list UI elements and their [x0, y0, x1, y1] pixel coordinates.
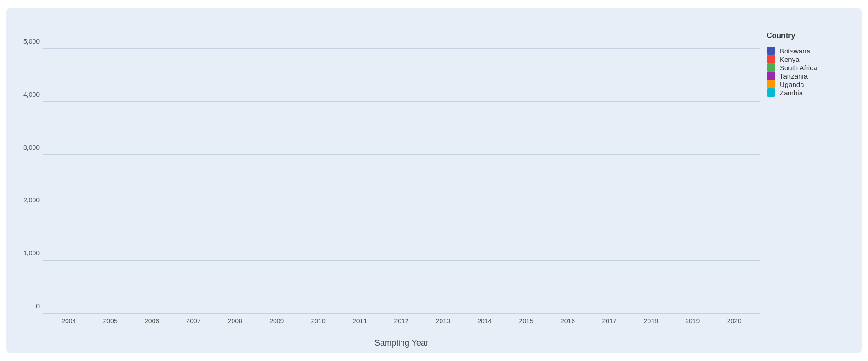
legend-label: South Africa: [780, 64, 817, 72]
bar-group: [214, 22, 256, 314]
x-label: 2017: [588, 314, 630, 325]
legend-label: Zambia: [780, 89, 803, 97]
legend-item: South Africa: [767, 63, 846, 72]
legend-title: Country: [767, 32, 846, 40]
legend-swatch: [767, 47, 775, 55]
legend-label: Kenya: [780, 55, 800, 63]
bar-group: [547, 22, 588, 314]
x-label: 2005: [89, 314, 131, 325]
bar-group: [422, 22, 464, 314]
plot-area: 01,0002,0003,0004,0005,000: [43, 22, 760, 314]
x-label: 2007: [173, 314, 214, 325]
bar-group: [48, 22, 89, 314]
y-tick-label: 4,000: [23, 91, 40, 98]
chart-container: Number of Sequences 01,0002,0003,0004,00…: [0, 0, 868, 361]
legend-label: Uganda: [780, 80, 804, 88]
bar-group: [297, 22, 339, 314]
bar-group: [672, 22, 713, 314]
bar-group: [464, 22, 505, 314]
legend-item: Tanzania: [767, 72, 846, 80]
bar-group: [588, 22, 630, 314]
legend-swatch: [767, 72, 775, 80]
chart-area: Number of Sequences 01,0002,0003,0004,00…: [43, 22, 760, 325]
x-label: 2016: [547, 314, 588, 325]
legend-swatch: [767, 63, 775, 72]
x-label: 2011: [339, 314, 381, 325]
y-tick-label: 0: [36, 302, 40, 310]
legend-item: Uganda: [767, 80, 846, 88]
legend-swatch: [767, 80, 775, 88]
x-label: 2006: [131, 314, 173, 325]
legend-label: Tanzania: [780, 72, 808, 80]
x-label: 2012: [381, 314, 422, 325]
legend: Country BotswanaKenyaSouth AfricaTanzani…: [760, 22, 853, 325]
x-label: 2018: [630, 314, 672, 325]
bar-group: [89, 22, 131, 314]
x-label: 2004: [48, 314, 89, 325]
bar-group: [714, 22, 755, 314]
legend-item: Botswana: [767, 47, 846, 55]
y-tick-label: 1,000: [23, 249, 40, 257]
legend-item: Zambia: [767, 88, 846, 97]
x-label: 2015: [505, 314, 547, 325]
chart-wrapper: Number of Sequences 01,0002,0003,0004,00…: [6, 8, 862, 353]
x-label: 2009: [256, 314, 297, 325]
legend-swatch: [767, 88, 775, 97]
legend-label: Botswana: [780, 47, 810, 55]
x-label: 2010: [297, 314, 339, 325]
y-tick-label: 3,000: [23, 144, 40, 151]
x-label: 2020: [714, 314, 755, 325]
x-label: 2014: [464, 314, 505, 325]
bars-container: [43, 22, 760, 314]
y-tick-label: 2,000: [23, 196, 40, 204]
bar-group: [630, 22, 672, 314]
y-tick-label: 5,000: [23, 38, 40, 45]
legend-swatch: [767, 55, 775, 63]
legend-item: Kenya: [767, 55, 846, 63]
bar-group: [381, 22, 422, 314]
x-labels: 2004200520062007200820092010201120122013…: [43, 314, 760, 325]
x-label: 2008: [214, 314, 256, 325]
bar-group: [173, 22, 214, 314]
bar-group: [256, 22, 297, 314]
x-axis-label: Sampling Year: [374, 338, 428, 348]
x-label: 2013: [422, 314, 464, 325]
bar-group: [131, 22, 173, 314]
x-label: 2019: [672, 314, 713, 325]
bar-group: [505, 22, 547, 314]
bar-group: [339, 22, 381, 314]
